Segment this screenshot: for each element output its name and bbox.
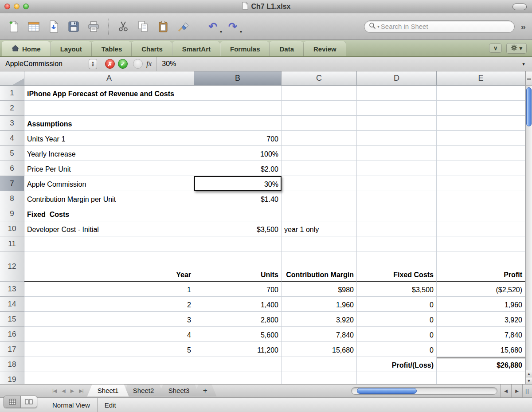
cell-B2[interactable] [194, 101, 282, 116]
cell-E19[interactable] [437, 372, 525, 384]
cell-A16[interactable]: 4 [24, 327, 194, 342]
cell-B9[interactable] [194, 206, 282, 221]
column-header-E[interactable]: E [437, 71, 525, 86]
cell-D13[interactable]: $3,500 [357, 282, 437, 297]
tab-data[interactable]: Data [270, 41, 304, 56]
last-sheet-button[interactable]: ▶| [79, 388, 83, 394]
cell-C9[interactable] [282, 206, 357, 221]
cell-E16[interactable]: 7,840 [437, 327, 525, 342]
cell-E10[interactable] [437, 221, 525, 236]
row-header-19[interactable]: 19 [0, 372, 24, 384]
cell-C14[interactable]: 1,960 [282, 297, 357, 312]
search-scope-arrow[interactable]: ▾ [377, 24, 379, 29]
tab-sheet3[interactable]: Sheet3 [158, 385, 200, 396]
ribbon-settings-button[interactable]: ▾ [506, 43, 527, 54]
cell-A12[interactable]: Year [24, 251, 194, 282]
row-header-17[interactable]: 17 [0, 342, 24, 357]
cell-D16[interactable]: 0 [357, 327, 437, 342]
cell-B6[interactable]: $2.00 [194, 161, 282, 176]
cell-E3[interactable] [437, 116, 525, 131]
cell-B3[interactable] [194, 116, 282, 131]
cell-C13[interactable]: $980 [282, 282, 357, 297]
cell-E5[interactable] [437, 146, 525, 161]
cut-button[interactable] [114, 16, 133, 38]
cell-E11[interactable] [437, 236, 525, 251]
cell-D4[interactable] [357, 131, 437, 146]
cell-A15[interactable]: 3 [24, 312, 194, 327]
minimize-button[interactable] [14, 4, 20, 9]
open-button[interactable] [44, 16, 63, 38]
paste-button[interactable] [154, 16, 172, 38]
zoom-button[interactable] [23, 4, 29, 9]
tab-sheet1[interactable]: Sheet1 [87, 385, 129, 396]
cancel-entry-button[interactable]: ✗ [105, 59, 115, 69]
name-box[interactable]: AppleCommission [4, 59, 89, 70]
cell-C3[interactable] [282, 116, 357, 131]
search-input[interactable] [381, 23, 510, 30]
cell-B8[interactable]: $1.40 [194, 191, 282, 206]
tab-layout[interactable]: Layout [51, 41, 92, 56]
cell-E17[interactable]: 15,680 [437, 342, 525, 357]
row-header-4[interactable]: 4 [0, 131, 24, 146]
print-button[interactable] [84, 16, 103, 38]
cell-D11[interactable] [357, 236, 437, 251]
cell-C6[interactable] [282, 161, 357, 176]
save-button[interactable] [64, 16, 83, 38]
tab-charts[interactable]: Charts [132, 41, 172, 56]
cell-B14[interactable]: 1,400 [194, 297, 282, 312]
cell-B17[interactable]: 11,200 [194, 342, 282, 357]
cell-D15[interactable]: 0 [357, 312, 437, 327]
cell-A18[interactable] [24, 357, 194, 372]
select-all-corner[interactable] [0, 71, 24, 86]
scroll-up-button[interactable]: ▲ [526, 370, 532, 377]
cell-A13[interactable]: 1 [24, 282, 194, 297]
cell-B7[interactable]: 30% [194, 176, 282, 191]
accept-entry-button[interactable]: ✓ [118, 59, 128, 69]
cell-B19[interactable] [194, 372, 282, 384]
cell-C17[interactable]: 15,680 [282, 342, 357, 357]
cell-D3[interactable] [357, 116, 437, 131]
cell-D10[interactable] [357, 221, 437, 236]
cell-E15[interactable]: 3,920 [437, 312, 525, 327]
cell-E2[interactable] [437, 101, 525, 116]
redo-dropdown-arrow[interactable]: ▾ [240, 29, 242, 34]
cell-A17[interactable]: 5 [24, 342, 194, 357]
cell-A7[interactable]: Apple Commission [24, 176, 194, 191]
cell-E14[interactable]: 1,960 [437, 297, 525, 312]
column-header-B[interactable]: B [194, 71, 282, 86]
name-box-stepper[interactable]: ▴ ▾ [89, 59, 97, 69]
cell-E9[interactable] [437, 206, 525, 221]
cell-C2[interactable] [282, 101, 357, 116]
cell-E18[interactable]: $26,880 [437, 357, 525, 372]
next-sheet-button[interactable]: ▶ [70, 388, 74, 394]
search-field[interactable]: ▾ [364, 20, 515, 33]
cell-D7[interactable] [357, 176, 437, 191]
row-header-5[interactable]: 5 [0, 146, 24, 161]
row-header-3[interactable]: 3 [0, 116, 24, 131]
scroll-down-button[interactable]: ▼ [526, 377, 532, 384]
cell-A8[interactable]: Contribution Margin per Unit [24, 191, 194, 206]
new-workbook-button[interactable] [4, 16, 23, 38]
cell-B11[interactable] [194, 236, 282, 251]
scrollbar-options-button[interactable] [526, 71, 532, 86]
horizontal-scrollbar[interactable] [351, 387, 500, 395]
cell-C16[interactable]: 7,840 [282, 327, 357, 342]
copy-button[interactable] [134, 16, 153, 38]
scroll-left-button[interactable]: ◀ [500, 385, 511, 397]
first-sheet-button[interactable]: |◀ [52, 388, 56, 394]
previous-sheet-button[interactable]: ◀ [62, 388, 65, 394]
cell-C12[interactable]: Contribution Margin [282, 251, 357, 282]
tab-review[interactable]: Review [304, 41, 346, 56]
column-header-C[interactable]: C [282, 71, 357, 86]
cell-B13[interactable]: 700 [194, 282, 282, 297]
row-header-13[interactable]: 13 [0, 282, 24, 297]
cell-A14[interactable]: 2 [24, 297, 194, 312]
cell-E8[interactable] [437, 191, 525, 206]
cell-D5[interactable] [357, 146, 437, 161]
cell-A10[interactable]: Developer Cost - Initial [24, 221, 194, 236]
cell-E6[interactable] [437, 161, 525, 176]
row-header-14[interactable]: 14 [0, 297, 24, 312]
cell-C11[interactable] [282, 236, 357, 251]
vertical-scroll-track[interactable] [526, 86, 532, 370]
column-header-D[interactable]: D [357, 71, 437, 86]
